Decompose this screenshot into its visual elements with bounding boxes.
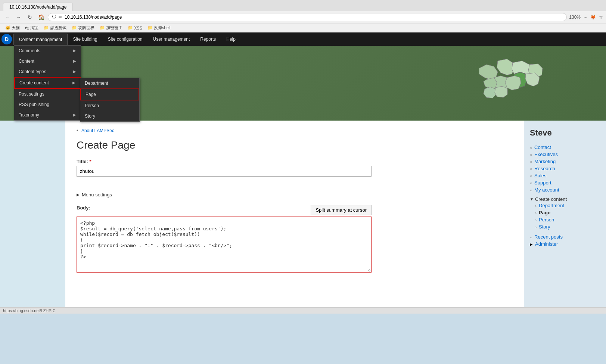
sidebar-create-person[interactable]: ○ Person: [530, 216, 600, 223]
content-management-dropdown: Comments ▶ Content ▶ Content types ▶ Cre…: [14, 45, 81, 121]
nav-help[interactable]: Help: [221, 34, 241, 45]
body-section: Body: Split summary at cursor <?php $res…: [77, 205, 513, 274]
address-bar: 🛡 ✏ 10.10.16.138/node/add/page: [48, 13, 567, 21]
submenu-department[interactable]: Department: [80, 78, 139, 88]
title-field-label: Title: *: [77, 159, 513, 164]
right-sidebar: Steve ○ Contact ○ Executives ○ Marketing…: [524, 121, 606, 307]
sidebar-item-myaccount[interactable]: ○ My account: [530, 186, 600, 193]
back-button[interactable]: ←: [3, 13, 12, 22]
menu-settings-label: Menu settings: [82, 192, 112, 197]
bullet-icon: ○: [530, 153, 532, 157]
sidebar-item-sales[interactable]: ○ Sales: [530, 172, 600, 179]
arrow-icon: ▶: [73, 59, 76, 63]
more-button[interactable]: ···: [584, 15, 587, 20]
home-button[interactable]: 🏠: [37, 13, 46, 22]
sidebar-link-page[interactable]: Page: [539, 210, 550, 215]
bullet-icon: ○: [530, 188, 532, 192]
nav-site-configuration[interactable]: Site configuration: [103, 34, 148, 45]
browser-toolbar: ← → ↻ 🏠 🛡 ✏ 10.10.16.138/node/add/page 1…: [0, 11, 606, 23]
bookmark-shell[interactable]: 📁反弹shell: [145, 24, 173, 31]
bookmark-star[interactable]: ☆: [599, 15, 603, 20]
submenu-person[interactable]: Person: [80, 100, 139, 111]
dropdown-comments[interactable]: Comments ▶: [14, 46, 81, 56]
status-bar: https://blog.csdn.net/LZHPIC: [0, 307, 606, 314]
required-indicator: *: [89, 159, 91, 164]
left-sidebar: [0, 121, 65, 307]
status-url: https://blog.csdn.net/LZHPIC: [3, 308, 56, 313]
dropdown-taxonomy[interactable]: Taxonomy ▶: [14, 110, 81, 120]
sidebar-create-department[interactable]: ○ Department: [530, 202, 600, 209]
page-title: Create Page: [77, 139, 513, 151]
title-input[interactable]: [77, 166, 372, 177]
active-tab[interactable]: 10.10.16.138/node/add/page: [3, 3, 73, 11]
dropdown-rss[interactable]: RSS publishing: [14, 99, 81, 110]
url-input[interactable]: 10.10.16.138/node/add/page: [65, 15, 563, 20]
main-column: • About LAMPSec Create Page Title: * ▶ M…: [65, 121, 524, 307]
split-summary-button[interactable]: Split summary at cursor: [311, 205, 372, 215]
refresh-button[interactable]: ↻: [25, 13, 34, 22]
bookmark-ctf[interactable]: 📁攻防世界: [69, 24, 97, 31]
bullet-icon: ○: [534, 218, 537, 222]
bullet-icon: ○: [530, 235, 532, 239]
submenu-page[interactable]: Page: [80, 88, 139, 100]
sidebar-link-support[interactable]: Support: [534, 180, 551, 186]
sidebar-item-recent-posts[interactable]: ○ Recent posts: [530, 233, 600, 240]
nav-content-management[interactable]: Content management Comments ▶ Content ▶ …: [13, 34, 68, 45]
sidebar-link-sales[interactable]: Sales: [534, 173, 547, 178]
nav-reports[interactable]: Reports: [195, 34, 221, 45]
bullet-icon: ○: [530, 160, 532, 164]
sidebar-item-executives[interactable]: ○ Executives: [530, 151, 600, 158]
sidebar-link-person[interactable]: Person: [539, 217, 554, 223]
sidebar-link-department[interactable]: Department: [539, 203, 564, 208]
dropdown-content[interactable]: Content ▶: [14, 56, 81, 66]
sidebar-link-marketing[interactable]: Marketing: [534, 159, 556, 164]
bookmark-pentest[interactable]: 📁渗透测试: [41, 24, 69, 31]
edit-icon: ✏: [59, 15, 62, 20]
sidebar-item-administer[interactable]: ▶ Administer: [530, 240, 600, 248]
bookmark-tianmao[interactable]: 🐱天猫: [3, 24, 22, 31]
triangle-icon: ▶: [77, 193, 80, 197]
bullet-icon: ○: [534, 211, 537, 215]
nav-user-management[interactable]: User management: [148, 34, 195, 45]
sidebar-link-research[interactable]: Research: [534, 166, 555, 171]
bookmark-xss[interactable]: 📁XSS: [125, 25, 144, 31]
dropdown-content-types[interactable]: Content types ▶: [14, 66, 81, 77]
bookmark-crypto[interactable]: 📁加密密工: [97, 24, 125, 31]
right-arrow-icon: ▶: [530, 242, 533, 246]
nav-menu: Content management Comments ▶ Content ▶ …: [13, 34, 241, 45]
sidebar-link-contact[interactable]: Contact: [534, 144, 551, 150]
sidebar-create-page[interactable]: ○ Page: [530, 209, 600, 216]
bullet-icon: ○: [534, 204, 537, 208]
forward-button[interactable]: →: [14, 13, 23, 22]
arrow-icon: ▶: [73, 69, 76, 74]
sidebar-link-executives[interactable]: Executives: [534, 152, 558, 157]
sidebar-username: Steve: [530, 128, 600, 138]
sidebar-link-myaccount[interactable]: My account: [534, 187, 559, 193]
sidebar-item-support[interactable]: ○ Support: [530, 179, 600, 186]
sidebar-link-story[interactable]: Story: [539, 224, 550, 230]
sidebar-create-story[interactable]: ○ Story: [530, 223, 600, 230]
sidebar-item-research[interactable]: ○ Research: [530, 165, 600, 172]
body-textarea[interactable]: <?php $result = db_query('select name,pa…: [77, 217, 372, 273]
submenu-story[interactable]: Story: [80, 111, 139, 121]
breadcrumb-bullet: •: [77, 128, 78, 133]
section-divider: [77, 188, 95, 188]
bullet-icon: ○: [530, 181, 532, 185]
sidebar-link-administer[interactable]: Administer: [535, 241, 558, 247]
body-label: Body:: [77, 205, 90, 211]
sidebar-item-contact[interactable]: ○ Contact: [530, 144, 600, 151]
drupal-logo-icon: D: [1, 34, 12, 44]
nav-site-building[interactable]: Site building: [68, 34, 102, 45]
sidebar-item-marketing[interactable]: ○ Marketing: [530, 158, 600, 165]
bookmark-taobao[interactable]: 🛍淘宝: [23, 24, 41, 31]
browser-chrome: 10.10.16.138/node/add/page ← → ↻ 🏠 🛡 ✏ 1…: [0, 0, 606, 32]
breadcrumb-link[interactable]: About LAMPSec: [81, 128, 114, 133]
bullet-icon: ○: [530, 167, 532, 171]
dropdown-create-content[interactable]: Create content ▶ Department Page Person …: [14, 77, 81, 89]
menu-settings-toggle[interactable]: ▶ Menu settings: [77, 192, 513, 197]
sidebar-link-recent-posts[interactable]: Recent posts: [534, 234, 563, 240]
page-content: • About LAMPSec Create Page Title: * ▶ M…: [65, 121, 524, 307]
firefox-icon: 🦊: [590, 15, 596, 20]
dropdown-post-settings[interactable]: Post settings: [14, 89, 81, 99]
sidebar-create-content-title[interactable]: ▼ Create content: [530, 196, 600, 202]
